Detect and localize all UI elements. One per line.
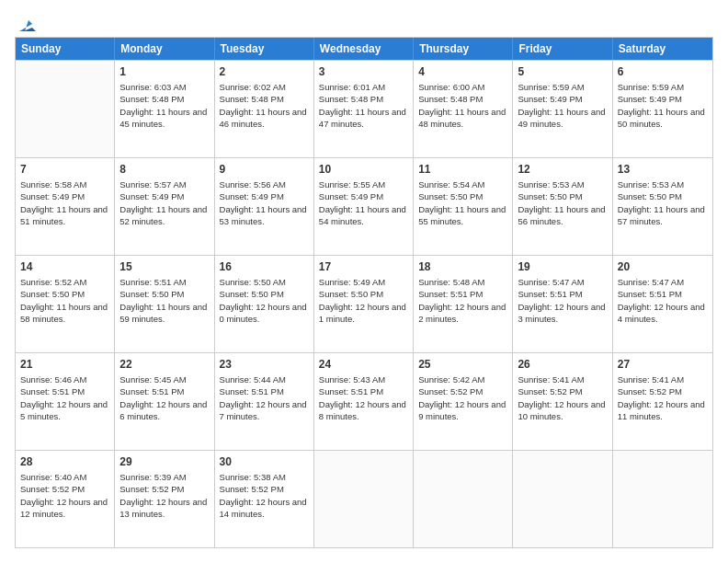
day-number: 30 [220,454,309,469]
calendar: SundayMondayTuesdayWednesdayThursdayFrid… [15,37,713,548]
day-info: Sunrise: 5:41 AMSunset: 5:52 PMDaylight:… [518,373,607,422]
cal-cell-7: 7Sunrise: 5:58 AMSunset: 5:49 PMDaylight… [16,158,115,255]
cal-cell-16: 16Sunrise: 5:50 AMSunset: 5:50 PMDayligh… [215,256,314,352]
week-row-4: 21Sunrise: 5:46 AMSunset: 5:51 PMDayligh… [16,352,712,450]
cal-cell-empty-4-6 [613,451,712,547]
header-day-sunday: Sunday [16,38,115,60]
day-number: 7 [20,162,109,177]
day-info: Sunrise: 5:42 AMSunset: 5:52 PMDaylight:… [418,373,507,422]
day-number: 4 [418,64,507,79]
day-number: 2 [220,64,309,79]
day-info: Sunrise: 5:53 AMSunset: 5:50 PMDaylight:… [618,178,708,227]
day-info: Sunrise: 5:45 AMSunset: 5:51 PMDaylight:… [119,373,209,422]
day-number: 9 [220,162,309,177]
day-info: Sunrise: 5:59 AMSunset: 5:49 PMDaylight:… [618,81,708,130]
day-number: 27 [618,357,708,372]
cal-cell-12: 12Sunrise: 5:53 AMSunset: 5:50 PMDayligh… [513,158,612,255]
day-number: 17 [319,259,408,274]
cal-cell-empty-0-0 [16,61,115,157]
cal-cell-5: 5Sunrise: 5:59 AMSunset: 5:49 PMDaylight… [513,61,612,157]
page: SundayMondayTuesdayWednesdayThursdayFrid… [0,0,728,563]
day-info: Sunrise: 5:41 AMSunset: 5:52 PMDaylight:… [618,373,708,422]
day-number: 22 [119,357,209,372]
day-number: 29 [119,454,209,469]
cal-cell-13: 13Sunrise: 5:53 AMSunset: 5:50 PMDayligh… [613,158,712,255]
day-number: 16 [220,259,309,274]
day-number: 25 [418,357,507,372]
cal-cell-1: 1Sunrise: 6:03 AMSunset: 5:48 PMDaylight… [115,61,214,157]
week-row-5: 28Sunrise: 5:40 AMSunset: 5:52 PMDayligh… [16,450,712,547]
cal-cell-empty-4-3 [314,451,414,547]
cal-cell-15: 15Sunrise: 5:51 AMSunset: 5:50 PMDayligh… [115,256,214,352]
day-number: 12 [518,162,607,177]
day-number: 1 [119,64,209,79]
day-info: Sunrise: 5:46 AMSunset: 5:51 PMDaylight:… [20,373,109,422]
day-info: Sunrise: 6:00 AMSunset: 5:48 PMDaylight:… [418,81,507,130]
day-info: Sunrise: 6:01 AMSunset: 5:48 PMDaylight:… [319,81,408,130]
cal-cell-18: 18Sunrise: 5:48 AMSunset: 5:51 PMDayligh… [414,256,513,352]
day-info: Sunrise: 5:59 AMSunset: 5:49 PMDaylight:… [518,81,607,130]
cal-cell-empty-4-5 [513,451,612,547]
cal-cell-28: 28Sunrise: 5:40 AMSunset: 5:52 PMDayligh… [16,451,115,547]
day-number: 5 [518,64,607,79]
cal-cell-24: 24Sunrise: 5:43 AMSunset: 5:51 PMDayligh… [314,353,414,450]
header-day-tuesday: Tuesday [215,38,314,60]
day-number: 14 [20,259,109,274]
week-row-2: 7Sunrise: 5:58 AMSunset: 5:49 PMDaylight… [16,157,712,255]
day-number: 28 [20,454,109,469]
day-number: 15 [119,259,209,274]
week-row-1: 1Sunrise: 6:03 AMSunset: 5:48 PMDaylight… [16,60,712,157]
calendar-body: 1Sunrise: 6:03 AMSunset: 5:48 PMDaylight… [16,60,712,547]
header-day-saturday: Saturday [613,38,712,60]
day-info: Sunrise: 5:50 AMSunset: 5:50 PMDaylight:… [220,276,309,325]
day-number: 21 [20,357,109,372]
day-info: Sunrise: 5:49 AMSunset: 5:50 PMDaylight:… [319,276,408,325]
day-info: Sunrise: 5:53 AMSunset: 5:50 PMDaylight:… [518,178,607,227]
day-number: 10 [319,162,408,177]
day-number: 23 [220,357,309,372]
cal-cell-27: 27Sunrise: 5:41 AMSunset: 5:52 PMDayligh… [613,353,712,450]
cal-cell-20: 20Sunrise: 5:47 AMSunset: 5:51 PMDayligh… [613,256,712,352]
day-info: Sunrise: 6:02 AMSunset: 5:48 PMDaylight:… [220,81,309,130]
cal-cell-10: 10Sunrise: 5:55 AMSunset: 5:49 PMDayligh… [314,158,414,255]
day-info: Sunrise: 5:52 AMSunset: 5:50 PMDaylight:… [20,276,109,325]
day-info: Sunrise: 5:58 AMSunset: 5:49 PMDaylight:… [20,178,109,227]
header [15,15,713,29]
day-number: 20 [618,259,708,274]
week-row-3: 14Sunrise: 5:52 AMSunset: 5:50 PMDayligh… [16,255,712,352]
day-number: 19 [518,259,607,274]
header-day-friday: Friday [513,38,612,60]
day-number: 3 [319,64,408,79]
cal-cell-25: 25Sunrise: 5:42 AMSunset: 5:52 PMDayligh… [414,353,513,450]
calendar-header: SundayMondayTuesdayWednesdayThursdayFrid… [16,38,712,60]
cal-cell-11: 11Sunrise: 5:54 AMSunset: 5:50 PMDayligh… [414,158,513,255]
day-info: Sunrise: 6:03 AMSunset: 5:48 PMDaylight:… [119,81,209,130]
logo-icon [16,15,36,35]
header-day-wednesday: Wednesday [314,38,414,60]
day-info: Sunrise: 5:56 AMSunset: 5:49 PMDaylight:… [220,178,309,227]
header-day-monday: Monday [115,38,214,60]
cal-cell-22: 22Sunrise: 5:45 AMSunset: 5:51 PMDayligh… [115,353,214,450]
day-info: Sunrise: 5:38 AMSunset: 5:52 PMDaylight:… [220,471,309,520]
day-info: Sunrise: 5:43 AMSunset: 5:51 PMDaylight:… [319,373,408,422]
cal-cell-empty-4-4 [414,451,513,547]
cal-cell-19: 19Sunrise: 5:47 AMSunset: 5:51 PMDayligh… [513,256,612,352]
day-number: 11 [418,162,507,177]
day-info: Sunrise: 5:39 AMSunset: 5:52 PMDaylight:… [119,471,209,520]
cal-cell-9: 9Sunrise: 5:56 AMSunset: 5:49 PMDaylight… [215,158,314,255]
cal-cell-30: 30Sunrise: 5:38 AMSunset: 5:52 PMDayligh… [215,451,314,547]
cal-cell-14: 14Sunrise: 5:52 AMSunset: 5:50 PMDayligh… [16,256,115,352]
day-number: 13 [618,162,708,177]
day-info: Sunrise: 5:40 AMSunset: 5:52 PMDaylight:… [20,471,109,520]
cal-cell-26: 26Sunrise: 5:41 AMSunset: 5:52 PMDayligh… [513,353,612,450]
cal-cell-6: 6Sunrise: 5:59 AMSunset: 5:49 PMDaylight… [613,61,712,157]
cal-cell-8: 8Sunrise: 5:57 AMSunset: 5:49 PMDaylight… [115,158,214,255]
day-info: Sunrise: 5:44 AMSunset: 5:51 PMDaylight:… [220,373,309,422]
cal-cell-2: 2Sunrise: 6:02 AMSunset: 5:48 PMDaylight… [215,61,314,157]
day-info: Sunrise: 5:54 AMSunset: 5:50 PMDaylight:… [418,178,507,227]
day-number: 26 [518,357,607,372]
cal-cell-29: 29Sunrise: 5:39 AMSunset: 5:52 PMDayligh… [115,451,214,547]
day-number: 8 [119,162,209,177]
cal-cell-3: 3Sunrise: 6:01 AMSunset: 5:48 PMDaylight… [314,61,414,157]
day-info: Sunrise: 5:57 AMSunset: 5:49 PMDaylight:… [119,178,209,227]
